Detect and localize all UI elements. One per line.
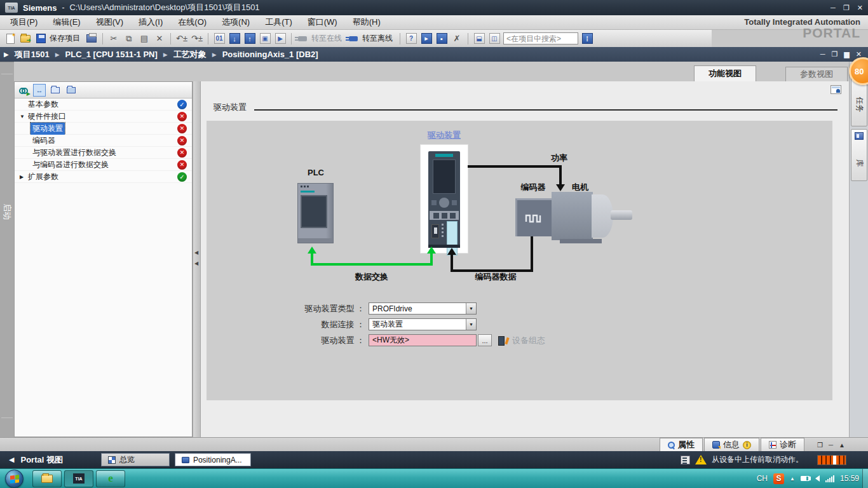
tree-item-basic-params[interactable]: 基本参数 <box>15 98 192 111</box>
status-ok-green-icon <box>177 172 187 182</box>
panel-splitter[interactable]: ◀ ◀ <box>193 81 201 437</box>
collapse-expander-icon[interactable]: ▼ <box>20 114 26 119</box>
inspector-minimize-icon[interactable]: ─ <box>829 442 833 449</box>
tree-item-hardware-interface[interactable]: ▼ 硬件件接口 <box>15 111 192 123</box>
menu-window[interactable]: 窗口(W) <box>300 17 345 28</box>
new-project-icon[interactable]: ✶ <box>4 32 17 45</box>
compile-icon[interactable]: 01 <box>213 32 226 45</box>
volume-icon[interactable] <box>815 475 820 482</box>
breadcrumb-positioning-axis[interactable]: PositioningAxis_1 [DB2] <box>222 50 318 59</box>
auto-sync-view-icon[interactable]: ↔ <box>33 84 46 97</box>
close-icon[interactable]: ✕ <box>857 4 863 12</box>
drive-field[interactable]: <HW无效> <box>369 334 477 346</box>
save-project-icon[interactable] <box>34 32 47 45</box>
portal-back-icon[interactable]: ◀ <box>9 456 14 464</box>
download-to-device-icon[interactable]: ↓ <box>228 32 241 45</box>
collapse-left-icon[interactable]: ◀ <box>194 250 198 255</box>
cross-reference-icon[interactable]: ✗ <box>451 32 463 45</box>
user-view-icon[interactable] <box>831 85 841 94</box>
expand-expander-icon[interactable]: ▶ <box>20 174 26 180</box>
menu-online[interactable]: 在线(O) <box>170 17 214 28</box>
start-rail[interactable]: 启动 <box>0 62 14 437</box>
tree-item-encoder[interactable]: 编码器 <box>15 135 192 147</box>
split-vertical-icon[interactable]: ◫ <box>488 32 501 45</box>
tab-info[interactable]: 信息 i <box>704 438 759 451</box>
go-online-button[interactable]: 转至在线 <box>311 33 342 44</box>
undo-icon[interactable]: ↶± <box>175 32 188 45</box>
menu-insert[interactable]: 插入(I) <box>131 17 170 28</box>
collapse-all-icon[interactable] <box>65 84 78 97</box>
cut-icon[interactable]: ✂ <box>107 32 120 45</box>
drive-type-select[interactable]: PROFIdrive ▼ <box>369 302 477 315</box>
tasks-rail-tab[interactable]: 任务 80 <box>851 65 867 126</box>
inspector-collapse-icon[interactable]: ▲ <box>839 442 845 449</box>
breadcrumb-project[interactable]: 项目1501 <box>15 49 50 60</box>
paste-icon[interactable]: ▤ <box>138 32 151 45</box>
maximize-icon[interactable]: ❐ <box>843 4 850 12</box>
show-all-parameters-icon[interactable]: ▶ <box>17 84 30 97</box>
tab-function-view[interactable]: 功能视图 <box>694 65 756 81</box>
tree-item-extended-params[interactable]: ▶ 扩展参数 <box>15 171 192 183</box>
menu-view[interactable]: 视图(V) <box>88 17 131 28</box>
redo-icon[interactable]: ↷± <box>191 32 203 45</box>
start-simulation-icon[interactable]: ▸ <box>420 32 433 45</box>
tree-item-encoder-data-exchange[interactable]: 与编码器进行数据交换 <box>15 159 192 171</box>
tab-properties[interactable]: 属性 <box>660 438 703 451</box>
tree-item-drive[interactable]: 驱动装置 <box>15 123 192 135</box>
nav-expand-icon[interactable]: ▶ <box>4 51 9 58</box>
dropdown-arrow-icon[interactable]: ▼ <box>466 303 476 314</box>
portal-view-button[interactable]: Portal 视图 <box>20 454 62 466</box>
editor-maximize-icon[interactable]: ▆ <box>844 50 849 58</box>
tab-diagnostics[interactable]: 诊断 <box>761 438 804 451</box>
browse-button[interactable]: ... <box>478 334 492 346</box>
open-project-icon[interactable]: ➜ <box>19 32 32 45</box>
delete-icon[interactable]: ✕ <box>153 32 166 45</box>
input-language-indicator[interactable]: CH <box>757 474 768 483</box>
search-settings-icon[interactable]: ⁞ <box>581 32 593 45</box>
save-project-button[interactable]: 保存项目 <box>50 33 80 44</box>
tia-taskbar-button[interactable]: TIA <box>64 470 93 487</box>
go-offline-button[interactable]: 转至离线 <box>362 33 393 44</box>
menu-tools[interactable]: 工具(T) <box>257 17 300 28</box>
expand-all-icon[interactable] <box>49 84 62 97</box>
upload-from-device-icon[interactable]: ↑ <box>243 32 256 45</box>
tab-parameter-view[interactable]: 参数视图 <box>785 67 848 81</box>
project-search-input[interactable] <box>503 32 578 44</box>
accessible-devices-icon[interactable]: ▣ <box>259 32 271 45</box>
menu-options[interactable]: 选项(N) <box>214 17 257 28</box>
drive-link[interactable]: 驱动装置 <box>421 130 468 141</box>
tray-expand-icon[interactable]: ▲ <box>790 476 795 482</box>
inspector-restore-icon[interactable]: ❐ <box>817 442 823 449</box>
split-horizontal-icon[interactable]: ⬓ <box>473 32 485 45</box>
positioning-axis-task-button[interactable]: PositioningA... <box>175 453 251 466</box>
start-button[interactable] <box>5 470 24 488</box>
breadcrumb-tech-objects[interactable]: 工艺对象 <box>173 49 207 60</box>
device-configuration-link[interactable]: 设备组态 <box>512 335 545 346</box>
browser-taskbar-button[interactable]: e <box>96 470 125 487</box>
menu-edit[interactable]: 编辑(E) <box>45 17 88 28</box>
go-online-icon[interactable] <box>296 32 309 45</box>
show-desktop-button[interactable] <box>862 469 868 488</box>
menu-help[interactable]: 帮助(H) <box>345 17 388 28</box>
network-signal-icon[interactable] <box>825 475 834 482</box>
dropdown-arrow-icon[interactable]: ▼ <box>466 319 476 330</box>
collapse-left-icon[interactable]: ◀ <box>194 261 198 266</box>
copy-icon[interactable]: ⧉ <box>123 32 135 45</box>
menu-project[interactable]: 项目(P) <box>3 17 45 28</box>
start-runtime-icon[interactable]: ▶ <box>274 32 287 45</box>
print-icon[interactable] <box>85 32 98 45</box>
minimize-icon[interactable]: ─ <box>831 4 836 12</box>
hardware-detect-icon[interactable]: ? <box>405 32 417 45</box>
editor-minimize-icon[interactable]: ─ <box>820 50 825 58</box>
sogou-input-icon[interactable]: S <box>773 473 784 484</box>
go-offline-icon[interactable] <box>347 32 360 45</box>
library-rail-tab[interactable]: 库 <box>851 129 867 181</box>
stop-simulation-icon[interactable]: ▪ <box>435 32 448 45</box>
tree-item-drive-data-exchange[interactable]: 与驱动装置进行数据交换 <box>15 147 192 159</box>
explorer-taskbar-button[interactable] <box>32 470 62 487</box>
editor-restore-icon[interactable]: ❐ <box>831 50 837 58</box>
overview-task-button[interactable]: 总览 <box>101 453 170 466</box>
breadcrumb-plc[interactable]: PLC_1 [CPU 1511-1 PN] <box>65 50 158 59</box>
clock[interactable]: 15:59 <box>840 474 859 483</box>
data-connection-select[interactable]: 驱动装置 ▼ <box>369 318 477 330</box>
